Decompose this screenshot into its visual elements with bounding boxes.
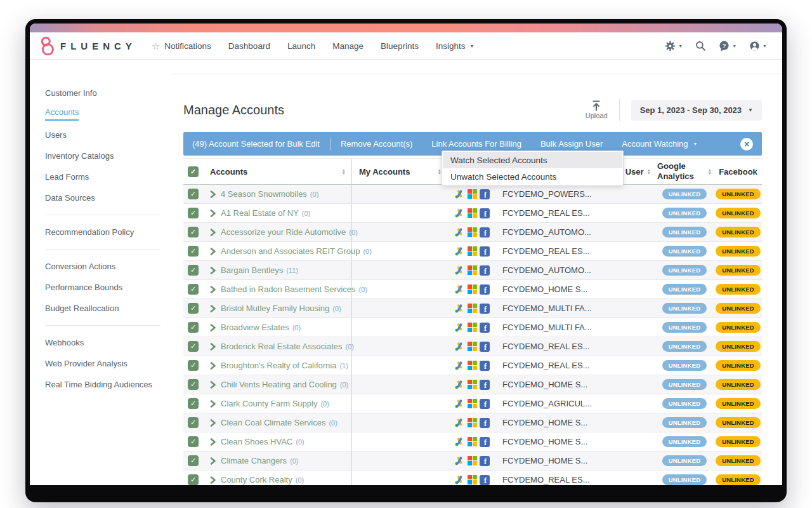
account-name-link[interactable]: Climate Changers: [221, 456, 287, 465]
chevron-right-icon[interactable]: [210, 381, 216, 389]
account-name-link[interactable]: Clean Shoes HVAC: [221, 437, 292, 446]
sidebar-item[interactable]: Users: [45, 124, 171, 145]
nav-item[interactable]: Dashboard: [228, 41, 270, 51]
sidebar-item[interactable]: Budget Reallocation: [45, 298, 171, 319]
sidebar-item[interactable]: Data Sources: [45, 187, 171, 208]
ga-status-badge: UNLINKED: [662, 417, 707, 428]
row-checkbox[interactable]: ✓: [188, 341, 199, 352]
bulk-action-button[interactable]: Remove Account(s): [341, 139, 412, 149]
chevron-right-icon[interactable]: [210, 286, 216, 293]
bulk-action-button[interactable]: Bulk Assign User: [540, 139, 603, 149]
row-checkbox[interactable]: ✓: [188, 360, 199, 371]
upload-button[interactable]: Upload: [586, 100, 608, 119]
column-label: Facebook: [719, 167, 757, 177]
close-bulk-toolbar-button[interactable]: ×: [740, 138, 753, 150]
dropdown-menu-item[interactable]: Unwatch Selected Accounts: [443, 168, 622, 185]
nav-item[interactable]: Blueprints: [381, 41, 419, 51]
account-name-link[interactable]: A1 Real Estate of NY: [221, 208, 299, 218]
row-select-cell: ✓: [183, 185, 204, 203]
microsoft-ads-icon: [468, 304, 477, 313]
row-checkbox[interactable]: ✓: [188, 379, 199, 390]
help-button[interactable]: ? ▼: [718, 40, 737, 52]
chevron-right-icon[interactable]: [210, 190, 216, 198]
account-name-link[interactable]: Bargain Bentleys: [221, 265, 283, 275]
microsoft-ads-icon: [468, 265, 477, 275]
sidebar-item[interactable]: Web Provider Analysis: [45, 353, 171, 374]
sort-icon[interactable]: ▲▼: [342, 168, 346, 175]
account-count: (1): [339, 362, 348, 370]
account-name-link[interactable]: Anderson and Associates REIT Group: [221, 246, 360, 256]
sidebar-item[interactable]: Accounts: [45, 104, 171, 124]
account-name-link[interactable]: County Cork Realty: [221, 475, 292, 485]
google-ads-icon: [454, 455, 465, 466]
chevron-right-icon[interactable]: [210, 362, 216, 370]
account-name-link[interactable]: Chili Vents Heating and Cooling: [221, 380, 337, 389]
row-checkbox[interactable]: ✓: [188, 189, 199, 199]
fb-status-badge: UNLINKED: [716, 341, 761, 352]
my-accounts-cell: [351, 185, 448, 203]
account-name-link[interactable]: 4 Season Snowmobiles: [221, 189, 307, 199]
sidebar-item[interactable]: Conversion Actions: [45, 256, 171, 277]
row-checkbox[interactable]: ✓: [188, 303, 199, 314]
row-checkbox[interactable]: ✓: [188, 227, 199, 237]
chevron-right-icon[interactable]: [210, 476, 216, 484]
dropdown-menu-item[interactable]: Watch Selected Accounts: [443, 152, 622, 168]
row-checkbox[interactable]: ✓: [188, 284, 199, 295]
row-checkbox[interactable]: ✓: [188, 265, 199, 276]
facebook-cell: UNLINKED: [714, 318, 762, 337]
nav-item[interactable]: Insights ▼: [436, 41, 474, 51]
sidebar-item[interactable]: Inventory Catalogs: [45, 145, 171, 166]
date-range-picker[interactable]: Sep 1, 2023 - Sep 30, 2023 ▼: [631, 100, 762, 121]
chevron-right-icon[interactable]: [210, 343, 216, 351]
chevron-right-icon[interactable]: [210, 229, 216, 236]
row-checkbox[interactable]: ✓: [188, 436, 199, 447]
account-name-link[interactable]: Clean Coal Climate Services: [221, 418, 325, 427]
table-row: ✓ Clean Coal Climate Services (0): [183, 413, 762, 432]
table-row: ✓ A1 Real Estate of NY (0): [183, 204, 762, 223]
sidebar-item[interactable]: Real Time Bidding Audiences: [45, 374, 171, 395]
account-menu-button[interactable]: ▼: [749, 40, 767, 52]
nav-item[interactable]: ☆ Notifications: [152, 41, 211, 51]
sidebar-item[interactable]: Lead Forms: [45, 166, 171, 187]
select-all-checkbox[interactable]: ✓: [188, 166, 199, 177]
sidebar-item[interactable]: Performance Bounds: [45, 277, 171, 298]
sort-icon[interactable]: ▲▼: [708, 168, 712, 175]
sidebar-item[interactable]: Recommendation Policy: [45, 222, 171, 243]
account-name-link[interactable]: Clark County Farm Supply: [221, 399, 317, 408]
chevron-right-icon[interactable]: [210, 210, 216, 217]
nav-item[interactable]: Launch: [287, 41, 315, 51]
settings-button[interactable]: ▼: [664, 40, 683, 52]
table-body: ✓ 4 Season Snowmobiles (0): [183, 185, 762, 485]
row-checkbox[interactable]: ✓: [188, 474, 199, 485]
bulk-action-button[interactable]: Link Accounts For Billing: [431, 139, 521, 149]
nav-item[interactable]: Manage: [332, 41, 363, 51]
account-name-link[interactable]: Broadview Estates: [221, 323, 289, 332]
chevron-right-icon[interactable]: [210, 457, 216, 465]
row-checkbox[interactable]: ✓: [188, 322, 199, 333]
chevron-right-icon[interactable]: [210, 248, 216, 255]
account-name-link[interactable]: Bristol Mutley Family Housing: [221, 304, 329, 313]
account-name-link[interactable]: Broderick Real Estate Associates: [221, 342, 342, 351]
search-button[interactable]: [695, 40, 706, 51]
row-checkbox[interactable]: ✓: [188, 246, 199, 257]
sidebar-item[interactable]: Customer Info: [45, 83, 171, 104]
chevron-right-icon[interactable]: [210, 438, 216, 446]
facebook-icon: f: [480, 208, 490, 218]
row-checkbox[interactable]: ✓: [188, 455, 199, 466]
account-name-link[interactable]: Bathed in Radon Basement Services: [221, 284, 355, 294]
chevron-right-icon[interactable]: [210, 267, 216, 274]
google-analytics-cell: UNLINKED: [651, 299, 714, 318]
chevron-right-icon[interactable]: [210, 324, 216, 331]
row-checkbox[interactable]: ✓: [188, 208, 199, 218]
chevron-right-icon[interactable]: [210, 400, 216, 408]
account-name-link[interactable]: Accessorize your Ride Automotive: [221, 227, 346, 237]
chevron-right-icon[interactable]: [210, 305, 216, 312]
account-watching-menu-button[interactable]: Account Watching ▼: [622, 139, 697, 149]
chevron-right-icon[interactable]: [210, 419, 216, 427]
sidebar-item[interactable]: Webhooks: [45, 332, 171, 353]
account-name-link[interactable]: Broughton's Realty of California: [221, 361, 336, 370]
row-checkbox[interactable]: ✓: [188, 398, 199, 409]
row-checkbox[interactable]: ✓: [188, 417, 199, 428]
account-count: (0): [310, 190, 318, 198]
my-accounts-cell: [351, 242, 448, 260]
